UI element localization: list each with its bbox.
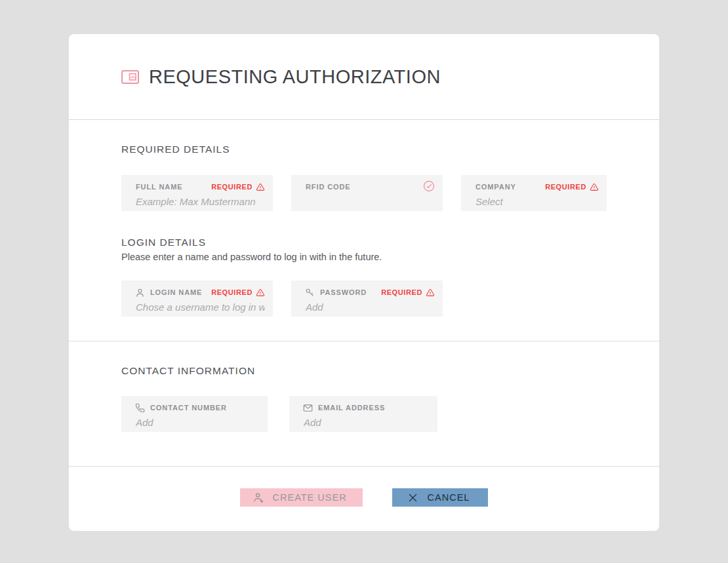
login-name-label: LOGIN NAME	[150, 288, 202, 296]
cancel-button[interactable]: CANCEL	[392, 488, 489, 507]
key-icon	[305, 288, 315, 298]
contact-information-heading: CONTACT INFORMATION	[121, 365, 607, 376]
phone-icon	[135, 403, 145, 413]
id-card-icon	[121, 70, 139, 84]
email-address-input[interactable]	[304, 417, 430, 428]
user-plus-icon	[253, 492, 264, 503]
cancel-label: CANCEL	[428, 492, 470, 503]
rfid-code-label: RFID CODE	[306, 183, 351, 191]
x-icon	[408, 493, 418, 503]
full-name-input[interactable]	[136, 196, 265, 207]
password-field[interactable]: PASSWORD REQUIRED	[291, 281, 443, 317]
warning-triangle-icon	[256, 183, 265, 191]
dialog-footer: CREATE USER CANCEL	[69, 467, 659, 537]
email-address-field[interactable]: EMAIL ADDRESS	[289, 396, 437, 432]
page-title: REQUESTING AUTHORIZATION	[149, 66, 441, 88]
login-details-description: Please enter a name and password to log …	[121, 250, 607, 263]
check-circle-icon	[423, 180, 435, 192]
contact-number-label: CONTACT NUMBER	[150, 404, 227, 412]
warning-triangle-icon	[590, 183, 599, 191]
login-name-required-badge: REQUIRED	[211, 288, 265, 297]
company-field[interactable]: COMPANY REQUIRED	[461, 175, 607, 211]
user-icon	[135, 288, 145, 298]
dialog-header: REQUESTING AUTHORIZATION	[69, 34, 659, 120]
email-address-label: EMAIL ADDRESS	[318, 404, 385, 412]
rfid-code-field[interactable]: RFID CODE	[291, 175, 443, 211]
company-required-badge: REQUIRED	[545, 183, 599, 191]
create-user-button[interactable]: CREATE USER	[240, 488, 363, 507]
requesting-authorization-dialog: REQUESTING AUTHORIZATION REQUIRED DETAIL…	[69, 34, 659, 531]
company-label: COMPANY	[475, 183, 516, 191]
full-name-required-badge: REQUIRED	[211, 183, 265, 191]
contact-number-input[interactable]	[136, 417, 260, 428]
section-contact-information: CONTACT INFORMATION CONTACT NUMBER EMAIL…	[69, 341, 659, 467]
section-required-login: REQUIRED DETAILS FULL NAME REQUIRED RFID…	[69, 120, 659, 341]
password-input[interactable]	[306, 301, 435, 313]
company-select[interactable]	[475, 196, 599, 207]
create-user-label: CREATE USER	[273, 492, 347, 503]
mail-icon	[303, 403, 313, 413]
login-details-fields: LOGIN NAME REQUIRED PASSWORD REQUIRED	[121, 281, 607, 317]
required-details-heading: REQUIRED DETAILS	[121, 144, 607, 155]
warning-triangle-icon	[426, 288, 435, 297]
contact-number-field[interactable]: CONTACT NUMBER	[121, 396, 268, 432]
contact-information-fields: CONTACT NUMBER EMAIL ADDRESS	[121, 396, 607, 432]
login-name-field[interactable]: LOGIN NAME REQUIRED	[121, 281, 273, 317]
warning-triangle-icon	[256, 288, 265, 297]
rfid-code-input[interactable]	[306, 196, 435, 207]
full-name-field[interactable]: FULL NAME REQUIRED	[121, 175, 273, 211]
required-details-fields: FULL NAME REQUIRED RFID CODE COMPANY	[121, 175, 607, 211]
full-name-label: FULL NAME	[136, 183, 182, 191]
login-name-input[interactable]	[136, 301, 265, 313]
login-details-heading: LOGIN DETAILS	[121, 237, 607, 248]
password-required-badge: REQUIRED	[381, 288, 435, 297]
password-label: PASSWORD	[320, 288, 367, 296]
